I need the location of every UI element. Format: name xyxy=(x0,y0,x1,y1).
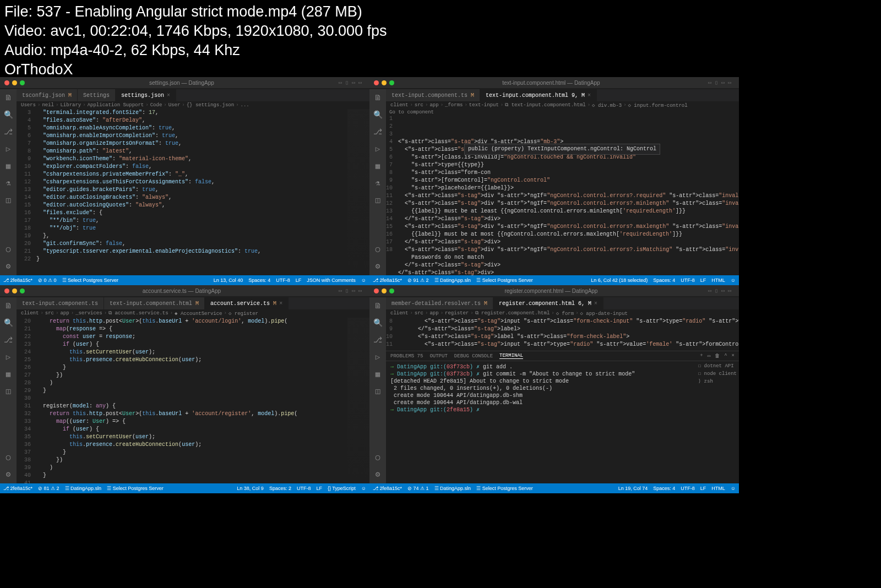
status-item[interactable]: ⊘ 0 ⚠ 0 xyxy=(38,277,57,283)
extensions-icon[interactable]: ▦ xyxy=(376,161,380,171)
close-tab-icon[interactable]: × xyxy=(167,92,170,99)
minimap[interactable] xyxy=(347,109,369,275)
maximize-window-icon[interactable] xyxy=(389,288,394,293)
breadcrumb-item[interactable]: src xyxy=(415,102,423,108)
maximize-window-icon[interactable] xyxy=(389,80,394,85)
debug-icon[interactable]: ▷ xyxy=(6,352,10,362)
test-icon[interactable]: ⚗ xyxy=(376,178,380,188)
breadcrumb-item[interactable]: app xyxy=(429,311,438,317)
status-item[interactable]: Ln 19, Col 74 xyxy=(618,486,648,491)
explorer-icon[interactable]: 🗎 xyxy=(374,302,382,311)
status-item[interactable]: ☰ Select Postgres Server xyxy=(476,277,533,283)
breadcrumb-item[interactable]: Library xyxy=(60,102,81,108)
status-item[interactable]: HTML xyxy=(711,277,725,283)
account-icon[interactable]: ◯ xyxy=(6,244,10,254)
status-item[interactable]: LF xyxy=(700,486,706,491)
breadcrumb-item[interactable]: text-input xyxy=(469,102,499,108)
close-tab-icon[interactable]: × xyxy=(279,301,282,307)
status-item[interactable]: ⎇ 2fe8a15c* xyxy=(3,277,32,283)
extensions-icon[interactable]: ▦ xyxy=(6,161,10,171)
gear-icon[interactable]: ⚙ xyxy=(376,262,380,271)
status-item[interactable]: UTF-8 xyxy=(276,277,290,283)
layout-icons[interactable]: ▭ ▯ ▭ ▭ xyxy=(339,79,365,86)
debug-icon[interactable]: ▷ xyxy=(6,144,10,154)
account-icon[interactable]: ◯ xyxy=(376,453,380,462)
breadcrumb-item[interactable]: ◇ div.mb-3 xyxy=(592,102,622,108)
breadcrumb-item[interactable]: Code xyxy=(150,102,162,108)
account-icon[interactable]: ◯ xyxy=(6,453,10,462)
source-control-icon[interactable]: ⎇ xyxy=(4,335,13,345)
breadcrumb-item[interactable]: src xyxy=(45,311,54,317)
breadcrumb-item[interactable]: _forms xyxy=(445,102,463,108)
maximize-window-icon[interactable] xyxy=(20,288,25,293)
breadcrumb-item[interactable]: neil xyxy=(42,102,54,108)
panel-tab[interactable]: DEBUG CONSOLE xyxy=(454,353,493,359)
minimize-window-icon[interactable] xyxy=(382,80,387,85)
maximize-panel-icon[interactable]: ^ xyxy=(724,353,727,359)
breadcrumb-item[interactable]: ◇ form xyxy=(556,311,574,317)
close-window-icon[interactable] xyxy=(374,288,379,293)
breadcrumb-item[interactable]: {} settings.json xyxy=(187,102,234,108)
status-item[interactable]: ☰ Select Postgres Server xyxy=(62,277,119,283)
status-item[interactable]: ☺ xyxy=(361,277,366,283)
status-item[interactable]: Spaces: 4 xyxy=(653,277,675,283)
explorer-icon[interactable]: 🗎 xyxy=(4,94,12,102)
editor-tab[interactable]: register.component.html 6, M× xyxy=(493,297,603,309)
status-item[interactable]: ☺ xyxy=(731,486,736,491)
breadcrumb-item[interactable]: Users xyxy=(21,102,36,108)
status-item[interactable]: LF xyxy=(316,486,322,491)
layout-icons[interactable]: ▭ ▯ ▭ ▭ xyxy=(339,287,365,294)
status-item[interactable]: Ln 6, Col 42 (18 selected) xyxy=(591,277,648,283)
layout-icons[interactable]: ▭ ▯ ▭ ▭ xyxy=(708,287,735,294)
breadcrumb-item[interactable]: app xyxy=(429,102,438,108)
terminal-instance[interactable]: ☐ dotnet API xyxy=(698,362,737,370)
kill-terminal-icon[interactable]: 🗑 xyxy=(715,353,720,359)
status-item[interactable]: ☰ Select Postgres Server xyxy=(107,486,164,491)
editor-tab[interactable]: member-detailed.resolver.ts M xyxy=(386,297,493,309)
breadcrumb-item[interactable]: client xyxy=(390,311,408,317)
breadcrumb-item[interactable]: ◆ AccountService xyxy=(175,311,222,317)
editor-tab[interactable]: text-input.component.html M xyxy=(104,297,205,309)
code-editor[interactable]: "terminal.integrated.fontSize": 17, "fil… xyxy=(36,109,347,275)
gear-icon[interactable]: ⚙ xyxy=(6,262,10,271)
close-panel-icon[interactable]: × xyxy=(732,353,735,359)
status-item[interactable]: Ln 38, Col 9 xyxy=(237,486,264,491)
breadcrumb-item[interactable]: ◇ app-date-input xyxy=(580,311,628,317)
status-item[interactable]: ⊘ 81 ⚠ 2 xyxy=(38,486,59,491)
terminal-output[interactable]: → DatingApp git:(03f73cb) ✗ git add .→ D… xyxy=(386,361,739,416)
breadcrumb-item[interactable]: ◇ register xyxy=(229,311,258,317)
editor-tab[interactable]: text-input.component.ts xyxy=(17,297,104,309)
minimize-window-icon[interactable] xyxy=(382,288,387,293)
editor-tab[interactable]: tsconfig.json M xyxy=(17,89,78,101)
minimap[interactable] xyxy=(347,318,369,483)
source-control-icon[interactable]: ⎇ xyxy=(4,127,13,137)
minimize-window-icon[interactable] xyxy=(12,80,17,85)
status-item[interactable]: Spaces: 4 xyxy=(653,486,675,491)
source-control-icon[interactable]: ⎇ xyxy=(373,127,382,137)
source-control-icon[interactable]: ⎇ xyxy=(373,335,382,345)
editor-tab[interactable]: Settings xyxy=(78,89,116,101)
status-item[interactable]: ⊘ 74 ⚠ 1 xyxy=(407,486,429,491)
terminal-instance[interactable]: ☐ node client xyxy=(698,370,737,378)
breadcrumb-item[interactable]: client xyxy=(21,311,39,317)
minimize-window-icon[interactable] xyxy=(12,288,17,293)
gear-icon[interactable]: ⚙ xyxy=(6,470,10,479)
account-icon[interactable]: ◯ xyxy=(376,244,380,254)
status-item[interactable]: LF xyxy=(296,277,302,283)
status-item[interactable]: Ln 13, Col 40 xyxy=(214,277,243,283)
code-editor[interactable]: return this.http.post<User>(this.baseUrl… xyxy=(36,318,347,483)
status-item[interactable]: ☰ DatingApp.sln xyxy=(65,486,102,491)
status-item[interactable]: Spaces: 4 xyxy=(248,277,270,283)
breadcrumb-item[interactable]: Application Support xyxy=(88,102,144,108)
status-item[interactable]: ⊘ 91 ⚠ 2 xyxy=(407,277,429,283)
search-icon[interactable]: 🔍 xyxy=(4,318,13,328)
debug-icon[interactable]: ▷ xyxy=(376,352,380,362)
breadcrumb-item[interactable]: _services xyxy=(75,311,102,317)
gear-icon[interactable]: ⚙ xyxy=(376,470,380,479)
status-item[interactable]: ⎇ 2fe8a15c* xyxy=(373,486,402,491)
extensions-icon[interactable]: ▦ xyxy=(6,369,10,379)
status-item[interactable]: UTF-8 xyxy=(681,486,695,491)
terminal-instance[interactable]: ⟩ zsh xyxy=(698,378,737,385)
new-terminal-icon[interactable]: + xyxy=(700,353,703,359)
db-icon[interactable]: ◫ xyxy=(6,386,10,396)
